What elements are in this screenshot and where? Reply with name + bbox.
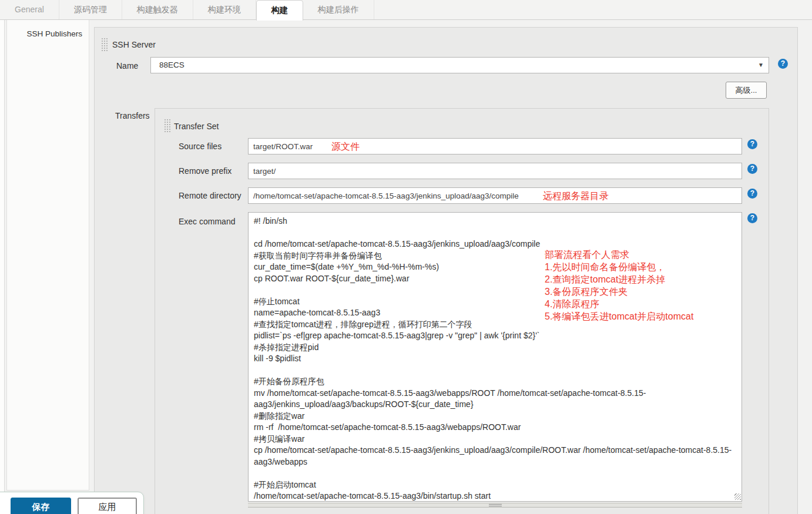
remove-prefix-label: Remove prefix xyxy=(179,166,231,176)
textarea-resize-icon[interactable] xyxy=(734,493,741,500)
drag-handle-icon[interactable] xyxy=(100,37,109,52)
transfers-label: Transfers xyxy=(115,111,150,120)
source-files-label: Source files xyxy=(179,142,222,151)
transfer-set-panel: Transfer Set Source files 源文件 ? Remove p… xyxy=(155,108,769,514)
ssh-server-title: SSH Server xyxy=(112,40,156,49)
remove-prefix-input[interactable] xyxy=(248,163,742,179)
grip-icon xyxy=(489,504,502,507)
exec-command-label: Exec command xyxy=(179,217,235,226)
tab-build[interactable]: 构建 xyxy=(256,0,303,21)
help-icon[interactable]: ? xyxy=(778,59,788,69)
save-bar: 保存 应用 xyxy=(0,492,144,514)
tab-post-build-actions[interactable]: 构建后操作 xyxy=(303,0,374,19)
transfer-set-title: Transfer Set xyxy=(174,122,219,131)
name-label: Name xyxy=(116,61,138,70)
help-icon[interactable]: ? xyxy=(747,189,757,199)
section-label-column: SSH Publishers xyxy=(6,20,89,491)
ssh-server-panel: SSH Server Name 88ECS ▼ ? 高级... Transfer… xyxy=(94,27,798,514)
tab-build-triggers[interactable]: 构建触发器 xyxy=(122,0,193,19)
help-icon[interactable]: ? xyxy=(747,213,757,223)
remote-directory-input[interactable] xyxy=(248,187,742,204)
source-files-input[interactable] xyxy=(248,138,742,154)
tab-source-management[interactable]: 源码管理 xyxy=(59,0,122,19)
exec-command-textarea[interactable]: #! /bin/sh cd /home/tomcat-set/apache-to… xyxy=(248,212,742,502)
help-icon[interactable]: ? xyxy=(747,139,757,149)
tab-build-environment[interactable]: 构建环境 xyxy=(193,0,256,19)
dropdown-caret-icon: ▼ xyxy=(758,58,764,73)
exec-command-wrap: #! /bin/sh cd /home/tomcat-set/apache-to… xyxy=(248,212,742,502)
ssh-server-name-value: 88ECS xyxy=(159,61,184,69)
ssh-server-name-select[interactable]: 88ECS ▼ xyxy=(150,57,769,73)
jenkins-config-page: General 源码管理 构建触发器 构建环境 构建 构建后操作 SSH Pub… xyxy=(0,0,812,514)
advanced-button[interactable]: 高级... xyxy=(726,82,767,99)
ssh-publishers-label: SSH Publishers xyxy=(7,20,89,48)
remote-directory-label: Remote directory xyxy=(179,191,241,200)
help-icon[interactable]: ? xyxy=(747,164,757,174)
textarea-drag-bar[interactable] xyxy=(248,503,742,508)
left-edge-rail xyxy=(0,20,5,514)
save-button[interactable]: 保存 xyxy=(11,498,71,514)
config-tab-bar: General 源码管理 构建触发器 构建环境 构建 构建后操作 xyxy=(0,0,812,20)
apply-button[interactable]: 应用 xyxy=(78,498,137,514)
drag-handle-icon[interactable] xyxy=(163,118,172,133)
tab-general[interactable]: General xyxy=(0,0,59,19)
